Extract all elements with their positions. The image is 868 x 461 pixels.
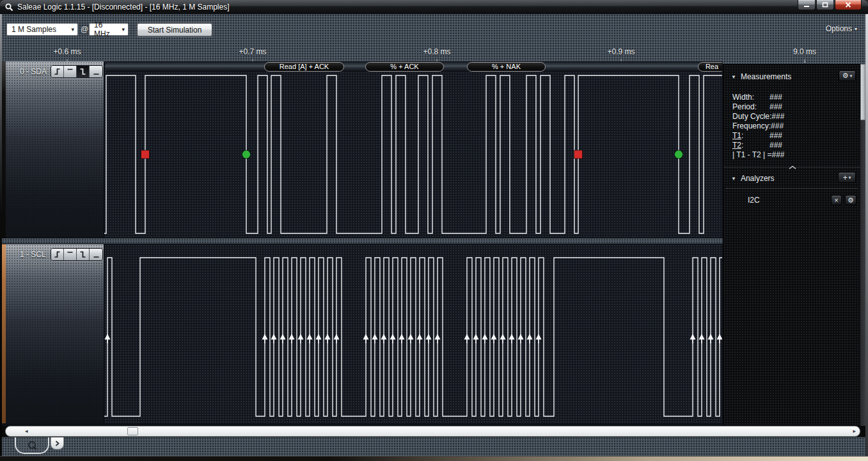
chevron-down-icon: ▾ <box>855 26 857 32</box>
analyzer-list-item: I2C × ⚙ <box>723 194 860 208</box>
scroll-right-arrow-icon[interactable]: ▸ <box>853 428 856 434</box>
chevron-right-icon <box>55 441 59 446</box>
decode-annotation-pill: Read [A] + ACK <box>264 62 344 72</box>
channel-1-trigger-group <box>51 248 103 261</box>
sample-rate-dropdown-value: 16 MHz <box>94 20 117 38</box>
measurement-row: Period:### <box>732 102 785 112</box>
at-label: @ <box>81 25 88 34</box>
decode-annotation-pill: % + ACK <box>365 62 444 72</box>
sda-waveform <box>104 61 722 238</box>
analyzers-title: Analyzers <box>741 174 775 183</box>
close-icon: × <box>834 196 838 204</box>
time-tick-label: 9.0 ms <box>793 47 816 56</box>
statusbar <box>2 437 865 456</box>
collapse-triangle-icon: ▼ <box>731 74 736 80</box>
time-tick-label: +0.7 ms <box>239 47 266 56</box>
search-tab[interactable] <box>15 437 49 454</box>
scroll-left-arrow-icon[interactable]: ◂ <box>25 428 28 434</box>
chevron-down-icon: ▾ <box>849 175 851 180</box>
scl-waveform <box>104 244 722 423</box>
options-menu-button[interactable]: Options ▾ <box>826 24 857 33</box>
channel-0-trigger-group <box>51 65 103 78</box>
maximize-button[interactable] <box>816 0 834 10</box>
window-right-border <box>865 14 868 456</box>
saleae-logic-window: Saleae Logic 1.1.15 - [Disconnected] - [… <box>0 0 868 461</box>
app-magnifier-icon <box>5 3 13 12</box>
add-analyzer-button[interactable]: + ▾ <box>838 172 856 183</box>
measurement-row: Width:### <box>732 93 785 102</box>
channel-1-name: 1 - SCL <box>20 250 46 259</box>
measurement-row: | T1 - T2 | =### <box>732 150 785 160</box>
time-tick: 9.0 ms↓ <box>776 47 833 63</box>
window-left-border <box>0 14 2 456</box>
channel-splitter[interactable] <box>2 238 723 244</box>
vertical-scrollbar-thumb[interactable] <box>860 64 865 120</box>
chevron-down-icon: ▾ <box>117 26 125 33</box>
toolbar: 1 M Samples ▾ @ 16 MHz ▾ Start Simulatio… <box>2 14 866 64</box>
decode-annotation-pill: % + NAK <box>467 62 546 72</box>
measurements-title: Measurements <box>741 72 791 81</box>
trigger-rising-edge-button[interactable] <box>51 66 64 77</box>
collapse-triangle-icon: ▼ <box>731 176 736 182</box>
plus-icon: + <box>843 173 848 182</box>
channel-0-name: 0 - SDA <box>20 67 47 76</box>
measurement-row: Duty Cycle:### <box>732 112 785 121</box>
timing-marker-green-circle[interactable] <box>242 150 251 159</box>
rising-edge-arrows <box>105 334 723 343</box>
trigger-high-level-button[interactable] <box>64 66 77 77</box>
measurement-row: T2:### <box>732 141 785 150</box>
search-icon <box>28 441 36 449</box>
side-panel: ▼ Measurements ⚙ ▾ Width:### Period:### … <box>723 64 860 426</box>
measurements-settings-button[interactable]: ⚙ ▾ <box>839 70 856 81</box>
trigger-low-level-button[interactable] <box>90 249 102 260</box>
trigger-low-level-button[interactable] <box>90 66 102 77</box>
timing-marker-red-square[interactable] <box>574 150 583 159</box>
time-tick-label: +0.9 ms <box>607 47 635 56</box>
expand-flap-button[interactable] <box>51 437 64 449</box>
gear-icon: ⚙ <box>848 197 854 204</box>
digital-signal-trace <box>104 75 722 233</box>
sda-waveform-canvas[interactable]: Read [A] + ACK% + ACK% + NAKRea <box>104 61 722 238</box>
horizontal-scrollbar-thumb[interactable] <box>127 427 138 435</box>
analyzer-settings-button[interactable]: ⚙ <box>845 195 856 205</box>
window-bottom-border <box>0 456 868 461</box>
analyzer-name: I2C <box>748 196 760 205</box>
timing-marker-red-square[interactable] <box>141 150 150 159</box>
channel-row-scl: 1 - SCL <box>2 244 723 423</box>
trigger-rising-edge-button[interactable] <box>51 249 64 260</box>
decode-annotation-pill: Rea <box>698 62 722 72</box>
sample-rate-dropdown[interactable]: 16 MHz ▾ <box>89 23 129 36</box>
channel-1-label-panel[interactable]: 1 - SCL <box>6 244 104 423</box>
titlebar[interactable]: Saleae Logic 1.1.15 - [Disconnected] - [… <box>0 0 868 14</box>
chevron-down-icon: ▾ <box>850 74 853 79</box>
minimize-button[interactable] <box>798 0 816 10</box>
measurement-row: T1:### <box>732 131 785 141</box>
window-title: Saleae Logic 1.1.15 - [Disconnected] - [… <box>17 3 230 12</box>
trigger-high-level-button[interactable] <box>64 249 77 260</box>
channel-row-sda: 0 - SDA <box>2 61 723 238</box>
time-tick-label: +0.8 ms <box>423 47 450 56</box>
vertical-scrollbar[interactable] <box>860 64 865 426</box>
dotted-separator <box>726 188 858 189</box>
tick-arrow-icon: ↓ <box>803 58 807 63</box>
remove-analyzer-button[interactable]: × <box>831 195 842 205</box>
channel-0-label-panel[interactable]: 0 - SDA <box>6 61 104 238</box>
samples-dropdown-value: 1 M Samples <box>12 25 56 34</box>
trigger-falling-edge-button[interactable] <box>77 249 90 260</box>
chevron-down-icon: ▾ <box>67 26 74 33</box>
waveform-region: 0 - SDA <box>2 61 723 426</box>
scl-waveform-canvas[interactable] <box>104 244 722 423</box>
gear-icon: ⚙ <box>842 72 849 79</box>
samples-dropdown[interactable]: 1 M Samples ▾ <box>6 23 78 36</box>
horizontal-scrollbar[interactable]: ◂ ▸ <box>5 426 860 437</box>
timing-marker-green-circle[interactable] <box>675 150 683 159</box>
start-simulation-button[interactable]: Start Simulation <box>137 23 212 36</box>
digital-signal-trace <box>104 258 722 416</box>
close-button[interactable] <box>835 0 862 10</box>
trigger-falling-edge-button[interactable] <box>77 66 90 77</box>
measurements-table: Width:### Period:### Duty Cycle:### Freq… <box>732 93 785 160</box>
time-tick-label: +0.6 ms <box>53 47 81 56</box>
chevron-up-icon <box>789 160 796 172</box>
measurement-row: Frequency:### <box>732 121 785 131</box>
